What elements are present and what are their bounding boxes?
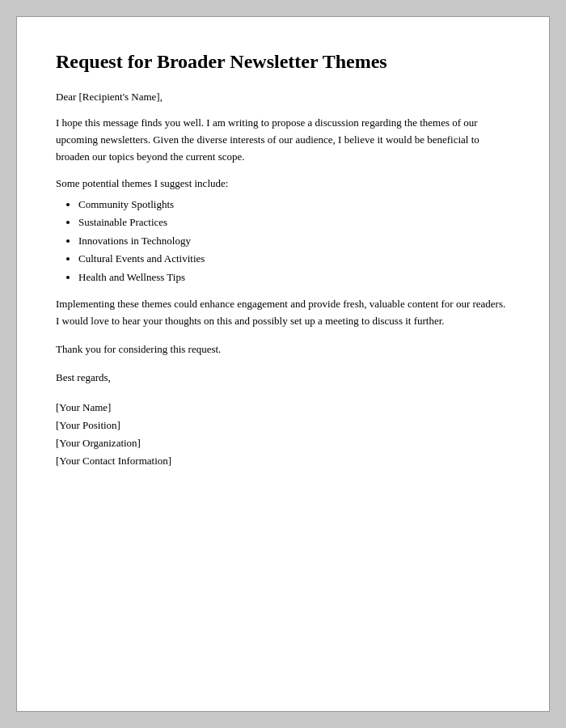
intro-paragraph: I hope this message finds you well. I am… [56, 115, 510, 165]
signature-organization: [Your Organization] [56, 434, 510, 452]
signature-name: [Your Name] [56, 399, 510, 417]
signature-position: [Your Position] [56, 417, 510, 434]
thank-you-paragraph: Thank you for considering this request. [56, 341, 510, 358]
list-item: Innovations in Technology [78, 233, 510, 249]
list-item: Health and Wellness Tips [78, 269, 510, 286]
list-item: Cultural Events and Activities [78, 251, 510, 267]
closing-block: Best regards, [Your Name] [Your Position… [56, 369, 510, 469]
themes-list: Community Spotlights Sustainable Practic… [78, 197, 510, 286]
list-intro: Some potential themes I suggest include: [56, 177, 510, 190]
list-item: Sustainable Practices [78, 214, 510, 231]
document-container: Request for Broader Newsletter Themes De… [16, 16, 550, 712]
list-item: Community Spotlights [78, 197, 510, 213]
closing-greeting: Best regards, [56, 369, 510, 387]
salutation: Dear [Recipient's Name], [56, 91, 510, 104]
document-title: Request for Broader Newsletter Themes [56, 49, 510, 74]
signature-contact: [Your Contact Information] [56, 452, 510, 470]
body-paragraph: Implementing these themes could enhance … [56, 296, 510, 330]
